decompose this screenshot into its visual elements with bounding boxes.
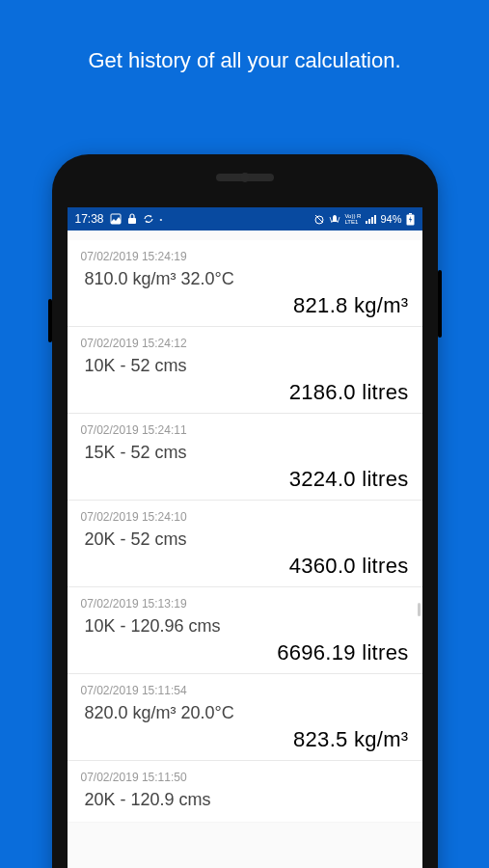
battery-percent: 94% xyxy=(380,213,401,225)
history-result: 821.8 kg/m³ xyxy=(81,293,409,318)
history-timestamp: 07/02/2019 15:24:11 xyxy=(81,423,409,437)
status-right: Vo)) RLTE1 94% xyxy=(313,213,414,226)
history-item[interactable]: 07/02/2019 15:13:19 10K - 120.96 cms 669… xyxy=(68,587,422,674)
history-list[interactable]: 07/02/2019 15:24:19 810.0 kg/m³ 32.0°C 8… xyxy=(68,240,422,868)
scrollbar-thumb[interactable] xyxy=(418,603,421,616)
phone-frame: 17:38 • Vo)) RLTE1 xyxy=(52,154,438,868)
history-result: 3224.0 litres xyxy=(81,467,409,492)
history-timestamp: 07/02/2019 15:11:54 xyxy=(81,684,409,697)
history-timestamp: 07/02/2019 15:11:50 xyxy=(81,771,409,784)
history-input: 15K - 52 cms xyxy=(81,443,409,463)
image-icon xyxy=(110,213,122,225)
history-item[interactable]: 07/02/2019 15:24:10 20K - 52 cms 4360.0 … xyxy=(68,501,422,587)
history-result: 6696.19 litres xyxy=(81,640,409,665)
history-item[interactable]: 07/02/2019 15:24:11 15K - 52 cms 3224.0 … xyxy=(68,414,422,501)
front-camera xyxy=(240,173,250,182)
history-input: 810.0 kg/m³ 32.0°C xyxy=(81,269,409,289)
status-left: 17:38 • xyxy=(75,212,163,226)
history-input: 10K - 120.96 cms xyxy=(81,616,409,637)
history-result: 4360.0 litres xyxy=(81,554,409,579)
app-bar xyxy=(68,231,422,240)
history-result: 2186.0 litres xyxy=(81,380,409,405)
phone-screen: 17:38 • Vo)) RLTE1 xyxy=(68,207,422,868)
page-headline: Get history of all your calculation. xyxy=(0,0,489,73)
history-timestamp: 07/02/2019 15:24:12 xyxy=(81,337,409,350)
history-result: 823.5 kg/m³ xyxy=(81,727,409,752)
status-time: 17:38 xyxy=(75,212,104,226)
signal-icon xyxy=(365,213,376,225)
svg-point-2 xyxy=(315,216,323,224)
status-bar: 17:38 • Vo)) RLTE1 xyxy=(68,207,422,231)
history-timestamp: 07/02/2019 15:13:19 xyxy=(81,597,409,610)
vibrate-icon xyxy=(329,213,340,225)
history-input: 10K - 52 cms xyxy=(81,356,409,376)
svg-rect-1 xyxy=(128,218,136,224)
sync-icon xyxy=(143,213,154,225)
history-item[interactable]: 07/02/2019 15:24:19 810.0 kg/m³ 32.0°C 8… xyxy=(68,240,422,327)
status-dot: • xyxy=(160,215,163,224)
lock-icon xyxy=(127,213,137,225)
history-item[interactable]: 07/02/2019 15:11:50 20K - 120.9 cms xyxy=(68,761,422,822)
history-item[interactable]: 07/02/2019 15:11:54 820.0 kg/m³ 20.0°C 8… xyxy=(68,674,422,761)
history-input: 820.0 kg/m³ 20.0°C xyxy=(81,703,409,723)
history-item[interactable]: 07/02/2019 15:24:12 10K - 52 cms 2186.0 … xyxy=(68,327,422,414)
alarm-off-icon xyxy=(313,213,325,225)
history-input: 20K - 120.9 cms xyxy=(81,790,409,810)
history-input: 20K - 52 cms xyxy=(81,529,409,550)
volte-indicator: Vo)) RLTE1 xyxy=(344,213,361,225)
history-timestamp: 07/02/2019 15:24:10 xyxy=(81,510,409,524)
battery-charging-icon xyxy=(406,213,415,226)
history-timestamp: 07/02/2019 15:24:19 xyxy=(81,250,409,263)
svg-rect-4 xyxy=(409,213,412,215)
